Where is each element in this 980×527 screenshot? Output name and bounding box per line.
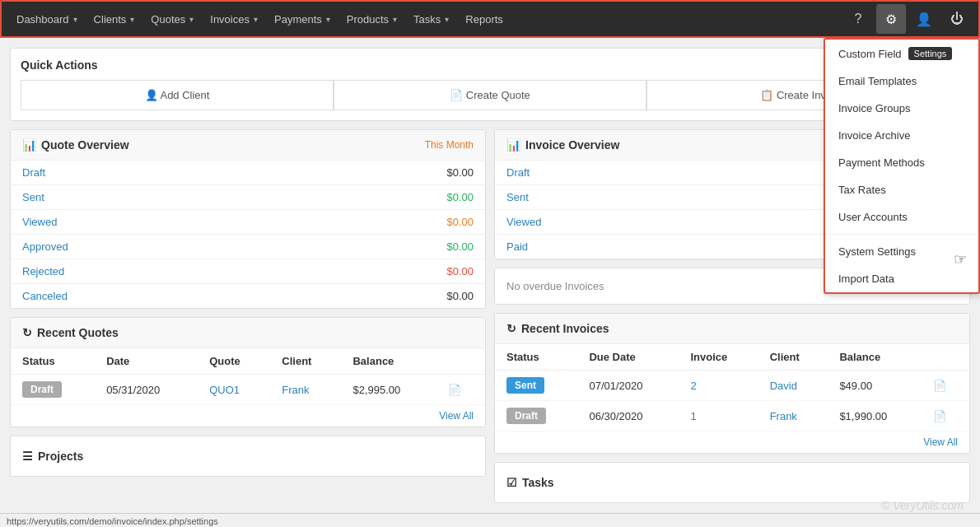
nav-icons: ? ⚙ 👤 ⏻ bbox=[843, 4, 972, 34]
chevron-down-icon: ▾ bbox=[73, 15, 77, 24]
nav-item-reports[interactable]: Reports bbox=[457, 2, 511, 36]
quote-draft-label[interactable]: Draft bbox=[22, 166, 45, 179]
invoice-viewed-label[interactable]: Viewed bbox=[506, 216, 541, 228]
menu-item-system-settings[interactable]: System Settings ☞ bbox=[825, 238, 978, 265]
nav-item-quotes[interactable]: Quotes ▾ bbox=[142, 2, 202, 36]
left-column: 📊 Quote Overview This Month Draft $0.00 … bbox=[10, 129, 486, 503]
quote-sent-label[interactable]: Sent bbox=[22, 191, 44, 203]
chevron-down-icon: ▾ bbox=[189, 15, 194, 24]
menu-item-invoice-archive[interactable]: Invoice Archive bbox=[825, 122, 978, 149]
quote-rejected-label[interactable]: Rejected bbox=[22, 265, 64, 277]
menu-item-invoice-groups[interactable]: Invoice Groups bbox=[825, 95, 978, 122]
row-quote: QUO1 bbox=[198, 375, 270, 405]
row-date: 07/01/2020 bbox=[577, 371, 679, 401]
row-file-icon[interactable]: 📄 bbox=[922, 401, 969, 431]
chevron-down-icon: ▾ bbox=[393, 15, 397, 24]
menu-item-import-data[interactable]: Import Data bbox=[825, 265, 978, 292]
quote-canceled-label[interactable]: Canceled bbox=[22, 290, 68, 302]
recent-invoices-table: Status Due Date Invoice Client Balance S… bbox=[495, 344, 969, 431]
nav-item-payments[interactable]: Payments ▾ bbox=[266, 2, 338, 36]
menu-item-tax-rates[interactable]: Tax Rates bbox=[825, 176, 978, 203]
check-icon: ☑ bbox=[506, 476, 517, 489]
row-invoice: 2 bbox=[679, 371, 758, 401]
col-quote: Quote bbox=[198, 348, 270, 375]
nav-item-dashboard[interactable]: Dashboard ▾ bbox=[8, 2, 86, 36]
nav-item-products[interactable]: Products ▾ bbox=[338, 2, 405, 36]
table-row: Sent 07/01/2020 2 David $49.00 📄 bbox=[495, 371, 969, 401]
user-icon-button[interactable]: 👤 bbox=[909, 4, 939, 34]
chevron-down-icon: ▾ bbox=[445, 15, 449, 24]
col-status: Status bbox=[495, 344, 577, 371]
quote-canceled-value: $0.00 bbox=[446, 290, 474, 302]
quote-row-canceled: Canceled $0.00 bbox=[11, 284, 485, 308]
cursor-pointer: ☞ bbox=[954, 250, 967, 268]
quote-overview-period: This Month bbox=[425, 139, 474, 151]
invoice-draft-label[interactable]: Draft bbox=[506, 166, 530, 179]
recent-invoices-header: ↻ Recent Invoices bbox=[495, 314, 969, 344]
quote-overview-title: 📊 Quote Overview bbox=[22, 138, 129, 152]
quote-viewed-label[interactable]: Viewed bbox=[22, 216, 57, 228]
col-invoice: Invoice bbox=[679, 344, 758, 371]
invoice-sent-label[interactable]: Sent bbox=[506, 191, 529, 203]
quote-sent-value: $0.00 bbox=[446, 191, 474, 203]
row-balance: $1,990.00 bbox=[828, 401, 921, 431]
table-row: Draft 05/31/2020 QUO1 Frank $2,995.00 📄 bbox=[11, 375, 485, 405]
recent-quotes-table: Status Date Quote Client Balance Draft 0… bbox=[11, 348, 485, 405]
row-client: Frank bbox=[758, 401, 828, 431]
row-client: David bbox=[758, 371, 828, 401]
quote-rejected-value: $0.00 bbox=[446, 265, 474, 277]
bar-chart-icon: 📊 bbox=[506, 138, 520, 152]
settings-dropdown: Custom Field Settings Email Templates In… bbox=[824, 38, 980, 294]
quote-row-viewed: Viewed $0.00 bbox=[11, 210, 485, 235]
status-url: https://veryutils.com/demo/invoice/index… bbox=[7, 516, 218, 526]
quick-actions-buttons: 👤 Add Client 📄 Create Quote 📋 Create Inv… bbox=[21, 80, 959, 110]
menu-item-email-templates[interactable]: Email Templates bbox=[825, 68, 978, 95]
row-balance: $49.00 bbox=[828, 371, 921, 401]
list-icon: ☰ bbox=[22, 450, 33, 463]
chevron-down-icon: ▾ bbox=[130, 15, 134, 24]
quote-row-draft: Draft $0.00 bbox=[11, 161, 485, 185]
view-all-quotes[interactable]: View All bbox=[11, 405, 485, 427]
quote-overview-panel: 📊 Quote Overview This Month Draft $0.00 … bbox=[10, 129, 486, 309]
nav-item-tasks[interactable]: Tasks ▾ bbox=[405, 2, 457, 36]
quote-draft-value: $0.00 bbox=[446, 166, 474, 179]
row-status: Draft bbox=[495, 401, 577, 431]
settings-tooltip: Settings bbox=[908, 47, 953, 60]
col-balance: Balance bbox=[341, 348, 436, 375]
quote-row-sent: Sent $0.00 bbox=[11, 185, 485, 210]
quote-row-approved: Approved $0.00 bbox=[11, 235, 485, 259]
row-file-icon[interactable]: 📄 bbox=[436, 375, 485, 405]
nav-item-clients[interactable]: Clients ▾ bbox=[86, 2, 143, 36]
row-client: Frank bbox=[270, 375, 341, 405]
power-icon-button[interactable]: ⏻ bbox=[942, 4, 972, 34]
view-all-invoices[interactable]: View All bbox=[495, 431, 969, 453]
chevron-down-icon: ▾ bbox=[254, 15, 258, 24]
col-status: Status bbox=[11, 348, 95, 375]
projects-panel: ☰ Projects bbox=[10, 436, 486, 477]
row-file-icon[interactable]: 📄 bbox=[922, 371, 969, 401]
nav-item-invoices[interactable]: Invoices ▾ bbox=[202, 2, 266, 36]
invoice-paid-label[interactable]: Paid bbox=[506, 240, 528, 253]
statusbar: https://veryutils.com/demo/invoice/index… bbox=[0, 513, 980, 527]
dropdown-divider bbox=[825, 234, 978, 235]
col-action bbox=[436, 348, 485, 375]
settings-icon-button[interactable]: ⚙ bbox=[876, 4, 906, 34]
menu-item-payment-methods[interactable]: Payment Methods bbox=[825, 149, 978, 176]
row-invoice: 1 bbox=[679, 401, 758, 431]
quote-approved-label[interactable]: Approved bbox=[22, 240, 68, 253]
quick-actions-title: Quick Actions bbox=[21, 58, 959, 72]
tasks-panel: ☑ Tasks bbox=[494, 462, 970, 503]
quote-viewed-value: $0.00 bbox=[446, 216, 474, 228]
add-client-button[interactable]: 👤 Add Client bbox=[21, 80, 334, 110]
dropdown-menu: Custom Field Settings Email Templates In… bbox=[824, 38, 980, 294]
help-icon-button[interactable]: ? bbox=[843, 4, 873, 34]
menu-item-user-accounts[interactable]: User Accounts bbox=[825, 203, 978, 231]
invoice-overview-title: 📊 Invoice Overview bbox=[506, 138, 619, 152]
row-balance: $2,995.00 bbox=[341, 375, 436, 405]
create-quote-button[interactable]: 📄 Create Quote bbox=[334, 80, 646, 110]
row-status: Sent bbox=[495, 371, 577, 401]
quote-row-rejected: Rejected $0.00 bbox=[11, 259, 485, 284]
menu-item-custom-field[interactable]: Custom Field Settings bbox=[825, 40, 978, 68]
recent-quotes-header: ↻ Recent Quotes bbox=[11, 318, 485, 348]
quote-approved-value: $0.00 bbox=[446, 240, 474, 253]
